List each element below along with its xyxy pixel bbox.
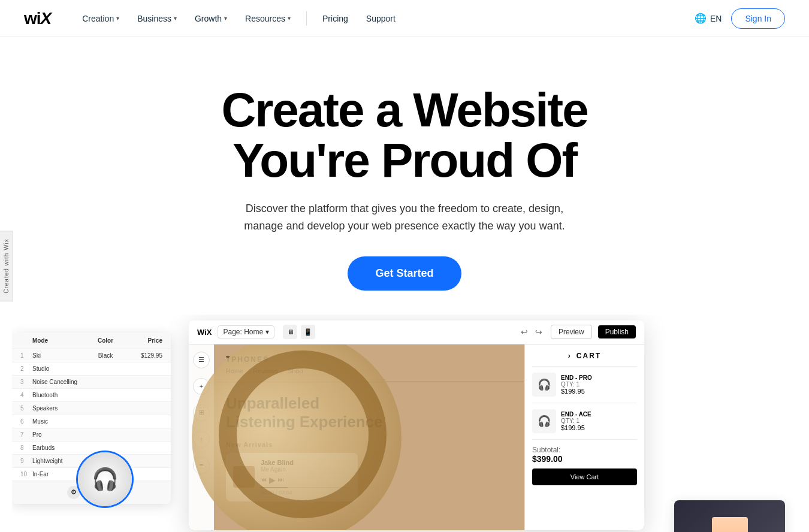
table-row: 7 Pro [12,428,171,442]
table-row: 1 Ski Black $129.95 [12,349,171,362]
get-started-button[interactable]: Get Started [348,256,461,291]
desktop-view-icon[interactable]: 🖥 [283,325,297,339]
side-label-text: Created with Wix [3,238,10,294]
nav-pricing[interactable]: Pricing [315,9,355,28]
table-row: 2 Studio [12,362,171,376]
cart-header: › CART [532,352,637,367]
col-color: Color [84,337,126,344]
resources-chevron-icon: ▾ [288,15,291,22]
blog-card: 👩 👤 Nicolas Lynn July 16 · 3 min ⋮ Trave… [674,500,785,532]
creation-chevron-icon: ▾ [116,15,119,22]
cart-item-2-info: END - ACE QTY: 1 $199.95 [561,411,591,431]
editor-topbar: WiX Page: Home ▾ 🖥 📱 ↩ ↪ Preview Publish [189,321,644,344]
preview-button[interactable]: Preview [551,325,592,339]
hero-section: Create a Website You're Proud Of Discove… [0,37,809,315]
wix-logo[interactable]: wiX [24,9,51,28]
side-label-wrapper: Created with Wix [0,231,13,301]
table-row: 3 Noise Cancelling [12,376,171,389]
product-image: 🎧 [78,452,132,506]
col-num [20,337,32,344]
navbar: wiX Creation ▾ Business ▾ Growth ▾ Resou… [0,0,809,37]
cart-item-2-img: 🎧 [532,409,556,433]
growth-chevron-icon: ▾ [224,15,227,22]
cart-toggle-icon: › [568,352,572,360]
cart-item-1-img: 🎧 [532,373,556,397]
cart-item-1: 🎧 END - PRO QTY: 1 $199.95 [532,367,637,403]
table-row: 4 Bluetooth [12,389,171,402]
view-cart-button[interactable]: View Cart [532,468,637,485]
undo-redo-group: ↩ ↪ [518,326,545,338]
nav-resources[interactable]: Resources ▾ [238,9,298,28]
col-mode: Mode [32,337,84,344]
redo-button[interactable]: ↪ [533,326,545,338]
page-selector[interactable]: Page: Home ▾ [218,325,274,338]
wix-editor: WiX Page: Home ▾ 🖥 📱 ↩ ↪ Preview Publish… [189,321,644,530]
col-price: Price [126,337,162,344]
business-chevron-icon: ▾ [174,15,177,22]
nav-business[interactable]: Business ▾ [130,9,184,28]
hero-title: Create a Website You're Proud Of [12,85,797,186]
table-row: 6 Music [12,415,171,428]
tool-menu[interactable]: ☰ [193,352,210,368]
cart-panel: › CART 🎧 END - PRO QTY: 1 $199.95 🎧 END … [524,344,644,530]
publish-button[interactable]: Publish [598,325,636,338]
headphone-image: 🎧 [78,452,132,506]
editor-canvas: ☰ + ⊞ ↑ ≡ TPHONES Home Reviews Shop Unpa… [189,344,644,530]
nav-support[interactable]: Support [359,9,403,28]
editor-view-icons: 🖥 📱 [283,325,315,339]
preview-section: Mode Color Price 1 Ski Black $129.95 2 S… [12,315,797,532]
hero-subtitle: Discover the platform that gives you the… [231,200,578,235]
navbar-links: Creation ▾ Business ▾ Growth ▾ Resources… [75,9,695,28]
cart-item-1-info: END - PRO QTY: 1 $199.95 [561,374,592,395]
navbar-right: 🌐 EN Sign In [695,8,785,29]
blog-person-image: 👩 [712,517,748,532]
undo-button[interactable]: ↩ [518,326,530,338]
table-header: Mode Color Price [12,332,171,349]
nav-creation[interactable]: Creation ▾ [75,9,126,28]
nav-growth[interactable]: Growth ▾ [188,9,234,28]
cart-subtotal: Subtotal: $399.00 [532,440,637,464]
mobile-view-icon[interactable]: 📱 [301,325,315,339]
globe-icon: 🌐 [695,13,707,24]
page-chevron-icon: ▾ [265,328,269,336]
canvas-main: TPHONES Home Reviews Shop Unparalleled L… [214,344,524,530]
language-selector[interactable]: 🌐 EN [695,13,722,24]
editor-wix-logo: WiX [197,328,212,337]
blog-card-image: 👩 [674,500,785,532]
cart-item-2: 🎧 END - ACE QTY: 1 $199.95 [532,403,637,440]
nav-separator [306,11,307,26]
side-label-box: Created with Wix [0,231,13,301]
headphone-arc [219,350,387,518]
sign-in-button[interactable]: Sign In [731,8,785,29]
table-row: 5 Speakers [12,402,171,415]
